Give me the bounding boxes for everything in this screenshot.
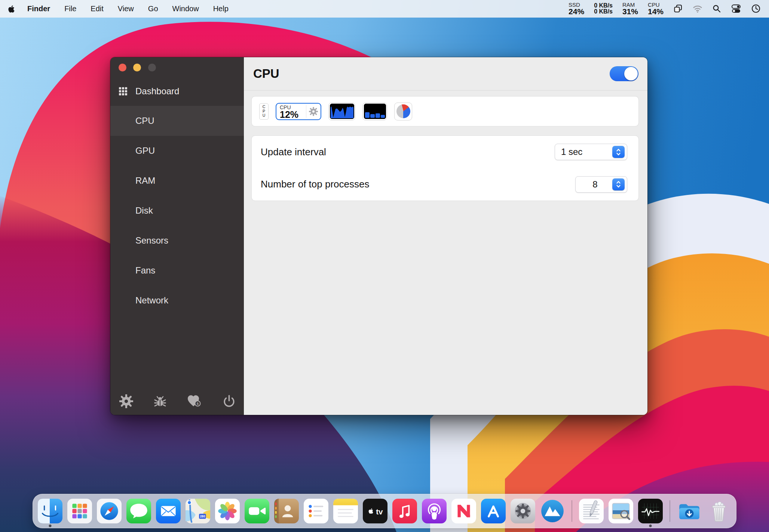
clock-icon[interactable] [751,4,761,13]
menu-view[interactable]: View [118,4,134,13]
apple-menu-icon[interactable] [8,5,15,13]
dashboard-label: Dashboard [135,86,179,97]
dock-item-messages[interactable] [126,499,151,523]
dock-item-contacts[interactable] [274,499,299,523]
cpu-value: 14% [648,7,664,16]
sidebar-item-gpu[interactable]: GPU [110,136,244,166]
dock-item-photos[interactable] [215,499,240,523]
line-chart-icon [330,104,354,119]
close-button[interactable] [119,64,126,71]
donate-heart-icon[interactable]: $ [187,395,202,408]
widget-pie-chart[interactable] [394,103,412,120]
dock-item-music[interactable] [392,499,417,523]
dock-item-downloads[interactable] [677,499,702,523]
control-center-icon[interactable] [731,4,741,13]
status-network[interactable]: 0 KB/s 0 KB/s [594,3,613,15]
app-menu-finder[interactable]: Finder [27,4,50,13]
settings-gear-icon[interactable] [119,394,133,408]
facetime-icon [245,499,269,523]
bug-report-icon[interactable] [153,395,167,408]
sidebar-list: CPU GPU RAM Disk Sensors Fans Network [110,106,244,315]
sidebar-item-dashboard[interactable]: Dashboard [110,82,244,101]
dock-item-trash[interactable] [707,499,731,523]
menu-go[interactable]: Go [148,4,158,13]
dock-item-maps[interactable]: 280 [186,499,210,523]
menu-edit[interactable]: Edit [91,4,103,13]
search-icon[interactable] [712,4,721,13]
dock-item-launchpad[interactable] [67,499,92,523]
sidebar-item-ram[interactable]: RAM [110,166,244,196]
activity-monitor-icon [638,499,663,523]
menu-window[interactable]: Window [172,4,199,13]
dock-item-tv[interactable]: tv [363,499,387,523]
dock-item-news[interactable] [451,499,476,523]
dock: 280 [33,494,736,528]
svg-text:280: 280 [200,515,205,518]
dock-item-reminders[interactable] [304,499,328,523]
desktop: Finder File Edit View Go Window Help SSD… [0,0,769,532]
update-interval-value: 1 sec [561,147,582,157]
menu-help[interactable]: Help [213,4,229,13]
zoom-button-disabled[interactable] [148,64,156,71]
ram-value: 31% [622,7,638,16]
dock-item-system-preferences[interactable] [511,499,535,523]
dock-item-facetime[interactable] [245,499,269,523]
power-icon[interactable] [222,394,236,408]
safari-icon [97,499,122,523]
status-cpu[interactable]: CPU 14% [648,2,664,16]
stats-preferences-window: Dashboard CPU GPU RAM Disk Sensors Fans … [110,57,647,415]
dock-item-podcasts[interactable] [422,499,447,523]
setting-row-update-interval: Update interval 1 sec [252,136,638,168]
stepper-icon[interactable] [612,178,625,190]
dock-item-textedit[interactable] [579,499,604,523]
sidebar-item-sensors[interactable]: Sensors [110,226,244,256]
dock-item-notes[interactable] [333,499,358,523]
top-processes-select[interactable]: 8 [575,176,627,193]
status-ssd[interactable]: SSD 24% [569,2,584,16]
dock-item-activity-monitor[interactable] [638,499,663,523]
launchpad-icon [67,499,92,523]
main-panel: CPU C P U CPU 12% [244,57,647,415]
finder-icon [38,499,62,523]
net-up-value: 0 KB/s [594,3,613,9]
widget-bar-chart[interactable] [362,103,387,120]
widget-line-chart[interactable] [328,103,355,120]
pie-chart-icon [396,104,410,118]
music-icon [392,499,417,523]
sidebar-item-network[interactable]: Network [110,285,244,315]
sidebar-item-cpu[interactable]: CPU [110,106,244,136]
maps-icon: 280 [186,499,210,523]
dock-item-mail[interactable] [156,499,181,523]
top-processes-value: 8 [582,179,609,190]
dock-item-app-store[interactable] [481,499,506,523]
widget-settings-gear-icon[interactable] [306,104,321,119]
widget-label-value-selected[interactable]: CPU 12% [276,103,321,120]
dock-item-preview[interactable] [609,499,633,523]
downloads-folder-icon [677,499,702,523]
stepper-icon[interactable] [612,146,625,158]
reminders-icon [304,499,328,523]
widget-value: 12% [280,110,306,119]
contacts-icon [274,499,299,523]
windows-stack-icon[interactable] [673,4,683,13]
dock-item-monitoring-app[interactable] [540,499,565,523]
minimize-button[interactable] [133,64,141,71]
module-enable-toggle[interactable] [610,66,638,81]
setting-row-top-processes: Number of top processes 8 [252,168,638,201]
sidebar-item-fans[interactable]: Fans [110,256,244,285]
tv-icon: tv [363,499,387,523]
dock-separator [572,500,572,522]
status-ram[interactable]: RAM 31% [622,2,638,16]
dock-item-finder[interactable] [38,499,62,523]
news-icon [451,499,476,523]
dock-item-safari[interactable] [97,499,122,523]
ssd-label: SSD [569,2,584,8]
update-interval-select[interactable]: 1 sec [555,144,627,160]
dashboard-grid-icon [119,87,127,95]
dock-separator [670,500,670,522]
sidebar-item-disk[interactable]: Disk [110,196,244,226]
widget-mini-text[interactable]: C P U [259,103,269,120]
menu-file[interactable]: File [64,4,76,13]
wifi-icon[interactable] [693,4,702,13]
svg-text:$: $ [197,401,199,406]
